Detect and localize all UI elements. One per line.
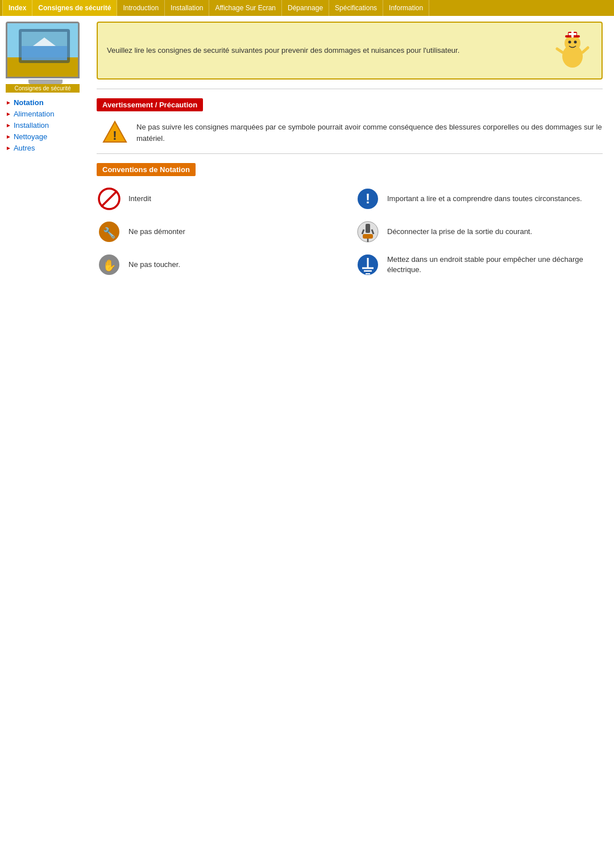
nav-index[interactable]: Index bbox=[2, 0, 32, 16]
convention-item-interdit: Interdit bbox=[97, 186, 344, 211]
demonter-icon: 🔧 bbox=[97, 219, 122, 244]
deconnecter-icon bbox=[355, 219, 380, 244]
interdit-text: Interdit bbox=[128, 194, 151, 204]
svg-point-7 bbox=[565, 35, 580, 51]
svg-line-15 bbox=[557, 49, 562, 52]
toucher-text: Ne pas toucher. bbox=[128, 260, 180, 270]
convention-item-demonter: 🔧 Ne pas démonter bbox=[97, 219, 344, 244]
nav-affichage[interactable]: Affichage Sur Ecran bbox=[209, 0, 282, 16]
convention-item-stable: Mettez dans un endroit stable pour empêc… bbox=[355, 252, 603, 277]
main-content: Veuillez lire les consignes de securité … bbox=[91, 22, 614, 289]
convention-section-header: Conventions de Notation bbox=[97, 163, 196, 176]
mascot-illustration bbox=[553, 31, 592, 70]
monitor-label: Consignes de sécurité bbox=[6, 84, 80, 93]
important-icon: ! bbox=[355, 186, 380, 211]
arrow-icon: ► bbox=[6, 145, 11, 151]
monitor-illustration bbox=[6, 22, 80, 78]
convention-item-deconnecter: Déconnecter la prise de la sortie du cou… bbox=[355, 219, 603, 244]
sidebar-item-alimentation[interactable]: ► Alimentation bbox=[6, 110, 85, 118]
nav-installation[interactable]: Installation bbox=[165, 0, 209, 16]
navbar: Index Consignes de sécurité Introduction… bbox=[0, 0, 614, 16]
svg-text:!: ! bbox=[366, 191, 370, 206]
sidebar-item-notation[interactable]: ► Notation bbox=[6, 98, 85, 107]
toucher-icon: ✋ bbox=[97, 252, 122, 277]
nav-information[interactable]: Information bbox=[383, 0, 429, 16]
svg-rect-28 bbox=[363, 234, 373, 239]
warning-text: Ne pas suivre les consignes marquées par… bbox=[136, 119, 603, 144]
svg-rect-25 bbox=[366, 224, 370, 233]
deconnecter-text: Déconnecter la prise de la sortie du cou… bbox=[387, 227, 532, 237]
warning-triangle-icon: ! bbox=[102, 119, 127, 144]
svg-text:🔧: 🔧 bbox=[103, 227, 116, 239]
svg-rect-4 bbox=[22, 46, 67, 60]
monitor-base bbox=[28, 80, 63, 84]
convention-grid: Interdit ! Important a lire et a compren… bbox=[97, 186, 603, 277]
convention-item-important: ! Important a lire et a comprendre dans … bbox=[355, 186, 603, 211]
svg-line-19 bbox=[101, 191, 117, 207]
svg-text:✋: ✋ bbox=[102, 258, 117, 272]
important-text: Important a lire et a comprendre dans to… bbox=[387, 194, 582, 204]
arrow-icon: ► bbox=[6, 122, 11, 128]
arrow-icon: ► bbox=[6, 133, 11, 140]
svg-point-8 bbox=[569, 41, 571, 44]
svg-rect-13 bbox=[569, 33, 576, 35]
demonter-text: Ne pas démonter bbox=[128, 227, 185, 237]
sidebar-item-autres[interactable]: ► Autres bbox=[6, 144, 85, 152]
svg-text:!: ! bbox=[113, 128, 117, 143]
warning-section-header: Avertissement / Précaution bbox=[97, 98, 203, 111]
intro-box: Veuillez lire les consignes de securité … bbox=[97, 22, 603, 80]
convention-item-toucher: ✋ Ne pas toucher. bbox=[97, 252, 344, 277]
divider-2 bbox=[97, 153, 603, 154]
stable-text: Mettez dans un endroit stable pour empêc… bbox=[387, 254, 603, 275]
sidebar-item-installation[interactable]: ► Installation bbox=[6, 121, 85, 130]
arrow-icon: ► bbox=[6, 99, 11, 106]
svg-line-14 bbox=[583, 48, 588, 52]
nav-depannage[interactable]: Dépannage bbox=[282, 0, 329, 16]
nav-consignes[interactable]: Consignes de sécurité bbox=[32, 0, 117, 16]
intro-text: Veuillez lire les consignes de securité … bbox=[107, 45, 546, 56]
divider-1 bbox=[97, 89, 603, 89]
svg-point-9 bbox=[574, 41, 577, 44]
nav-specifications[interactable]: Spécifications bbox=[329, 0, 383, 16]
stable-icon bbox=[355, 252, 380, 277]
interdit-icon bbox=[97, 186, 122, 211]
page-layout: Consignes de sécurité ► Notation ► Alime… bbox=[0, 16, 614, 294]
arrow-icon: ► bbox=[6, 111, 11, 117]
warning-row: ! Ne pas suivre les consignes marquées p… bbox=[97, 119, 603, 144]
sidebar-item-nettoyage[interactable]: ► Nettoyage bbox=[6, 132, 85, 141]
nav-introduction[interactable]: Introduction bbox=[117, 0, 165, 16]
sidebar: Consignes de sécurité ► Notation ► Alime… bbox=[0, 22, 91, 289]
